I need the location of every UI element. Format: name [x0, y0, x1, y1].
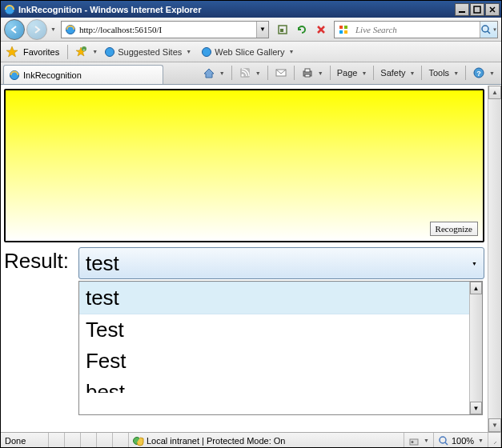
dropdown-item[interactable]: best — [79, 377, 469, 393]
web-slice-gallery-link[interactable]: Web Slice Gallery ▼ — [198, 45, 297, 59]
suggested-sites-link[interactable]: Suggested Sites ▼ — [101, 45, 195, 59]
navigation-bar: ▼ ▼ ▼ — [1, 18, 501, 42]
ink-canvas[interactable]: Recognize — [4, 89, 484, 242]
tab-title: InkRecognition — [23, 70, 82, 80]
command-bar: ▼ ▼ ▼ Page▼ Safety▼ Tools▼ ?▼ — [187, 62, 501, 84]
svg-rect-26 — [305, 74, 310, 77]
add-to-favorites-icon[interactable]: + — [74, 46, 87, 58]
result-label: Result: — [4, 247, 69, 274]
address-bar[interactable]: ▼ — [61, 21, 269, 38]
compat-view-icon[interactable] — [274, 21, 291, 38]
dropdown-item[interactable]: Fest — [79, 346, 469, 377]
svg-point-19 — [203, 47, 211, 56]
print-button[interactable]: ▼ — [298, 65, 327, 81]
home-button[interactable]: ▼ — [199, 65, 228, 81]
ie-page-icon — [9, 70, 20, 81]
chevron-down-icon: ▼ — [472, 261, 477, 266]
dropdown-item[interactable]: Test — [79, 314, 469, 346]
status-text: Done — [1, 433, 49, 448]
result-combobox[interactable]: test ▼ — [78, 247, 484, 279]
safety-menu[interactable]: Safety▼ — [377, 66, 418, 79]
svg-point-18 — [106, 47, 114, 56]
tools-menu[interactable]: Tools▼ — [425, 66, 462, 79]
tab-row: InkRecognition ▼ ▼ ▼ Page▼ Safety▼ Tools… — [1, 62, 501, 85]
combobox-selected-text: test — [86, 251, 119, 276]
svg-rect-13 — [344, 30, 347, 34]
maximize-button[interactable] — [470, 3, 484, 16]
zoom-icon — [438, 435, 449, 446]
refresh-button[interactable] — [293, 21, 311, 38]
minimize-button[interactable] — [455, 3, 469, 16]
read-mail-button[interactable] — [271, 65, 291, 81]
svg-text:?: ? — [476, 70, 481, 78]
web-slice-label: Web Slice Gallery — [215, 47, 284, 57]
browser-tab[interactable]: InkRecognition — [3, 65, 163, 84]
ie-icon — [4, 4, 15, 15]
search-bar[interactable]: ▼ — [334, 21, 498, 38]
dropdown-item[interactable]: test — [79, 282, 469, 314]
back-button[interactable] — [4, 19, 25, 40]
help-button[interactable]: ?▼ — [469, 65, 498, 81]
window-titlebar: InkRecognition - Windows Internet Explor… — [1, 1, 501, 18]
svg-text:+: + — [83, 46, 86, 51]
svg-rect-11 — [344, 26, 347, 29]
svg-point-22 — [241, 74, 243, 77]
result-dropdown: test Test Fest best ▲▼ — [78, 281, 483, 415]
svg-rect-25 — [305, 69, 310, 72]
zone-indicator[interactable]: Local intranet | Protected Mode: On — [129, 433, 404, 448]
page-menu[interactable]: Page▼ — [334, 66, 371, 79]
suggested-sites-label: Suggested Sites — [118, 47, 182, 57]
dropdown-scrollbar[interactable]: ▲▼ — [469, 282, 482, 414]
svg-rect-10 — [339, 26, 343, 29]
svg-rect-12 — [339, 30, 343, 34]
svg-rect-2 — [474, 6, 480, 13]
favorites-bar: Favorites + ▼ Suggested Sites ▼ Web Slic… — [1, 42, 501, 62]
forward-button[interactable] — [26, 19, 47, 40]
svg-rect-7 — [280, 29, 283, 32]
svg-point-32 — [440, 437, 446, 443]
protected-mode-toggle[interactable]: ▼ — [404, 433, 434, 448]
ie-page-icon — [63, 22, 78, 37]
search-button[interactable]: ▼ — [480, 22, 497, 38]
url-input[interactable] — [79, 24, 256, 35]
favorites-label[interactable]: Favorites — [22, 47, 61, 57]
close-button[interactable] — [485, 3, 500, 16]
favorites-star-icon[interactable] — [6, 46, 18, 58]
page-scrollbar[interactable]: ▲▼ — [488, 86, 501, 432]
svg-point-14 — [482, 26, 488, 32]
content-area: Recognize Result: test ▼ test Test Fest … — [1, 85, 501, 432]
search-input[interactable] — [352, 24, 480, 35]
window-title: InkRecognition - Windows Internet Explor… — [18, 5, 201, 14]
resize-grip[interactable] — [488, 433, 501, 448]
bing-flag-icon — [336, 22, 351, 37]
svg-line-33 — [445, 442, 448, 445]
svg-point-31 — [411, 441, 413, 443]
globe-shield-icon — [133, 435, 144, 446]
svg-line-15 — [488, 31, 490, 34]
stop-button[interactable] — [312, 21, 330, 38]
nav-history-dropdown[interactable]: ▼ — [50, 26, 56, 32]
feeds-button[interactable]: ▼ — [235, 65, 264, 81]
status-bar: Done Local intranet | Protected Mode: On… — [1, 432, 501, 448]
zoom-control[interactable]: 100% ▼ — [434, 433, 488, 448]
svg-line-34 — [494, 438, 496, 444]
svg-rect-1 — [459, 11, 465, 13]
url-dropdown[interactable]: ▼ — [256, 22, 268, 38]
recognize-button[interactable]: Recognize — [430, 222, 478, 236]
